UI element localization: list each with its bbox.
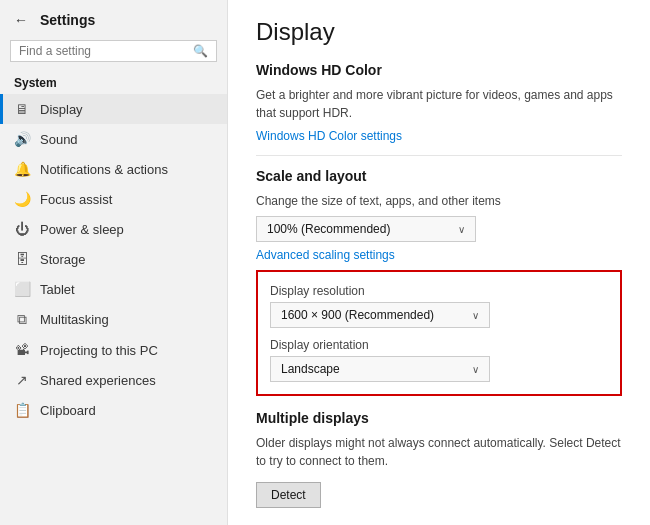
notifications-icon: 🔔	[14, 161, 30, 177]
sidebar-item-sound[interactable]: 🔊 Sound	[0, 124, 227, 154]
sidebar-item-tablet[interactable]: ⬜ Tablet	[0, 274, 227, 304]
resolution-value: 1600 × 900 (Recommended)	[281, 308, 434, 322]
sound-icon: 🔊	[14, 131, 30, 147]
power-icon: ⏻	[14, 221, 30, 237]
search-box[interactable]: 🔍	[10, 40, 217, 62]
sidebar-title: Settings	[40, 12, 95, 28]
projecting-icon: 📽	[14, 342, 30, 358]
sidebar-item-multitasking[interactable]: ⧉ Multitasking	[0, 304, 227, 335]
sidebar-item-label: Clipboard	[40, 403, 96, 418]
hd-color-section: Windows HD Color Get a brighter and more…	[256, 62, 622, 143]
sidebar-item-label: Shared experiences	[40, 373, 156, 388]
main-content: Display Windows HD Color Get a brighter …	[228, 0, 650, 525]
sidebar-item-power[interactable]: ⏻ Power & sleep	[0, 214, 227, 244]
sidebar: ← Settings 🔍 System 🖥 Display 🔊 Sound 🔔 …	[0, 0, 228, 525]
scale-value: 100% (Recommended)	[267, 222, 390, 236]
multiple-displays-title: Multiple displays	[256, 410, 622, 426]
search-icon: 🔍	[193, 44, 208, 58]
storage-icon: 🗄	[14, 251, 30, 267]
resolution-dropdown[interactable]: 1600 × 900 (Recommended) ∨	[270, 302, 490, 328]
orientation-value: Landscape	[281, 362, 340, 376]
sidebar-item-display[interactable]: 🖥 Display	[0, 94, 227, 124]
scale-dropdown-arrow: ∨	[458, 224, 465, 235]
hd-color-title: Windows HD Color	[256, 62, 622, 78]
resolution-dropdown-arrow: ∨	[472, 310, 479, 321]
sidebar-section-label: System	[0, 72, 227, 94]
sidebar-item-shared[interactable]: ↗ Shared experiences	[0, 365, 227, 395]
sidebar-item-label: Display	[40, 102, 83, 117]
tablet-icon: ⬜	[14, 281, 30, 297]
sidebar-item-projecting[interactable]: 📽 Projecting to this PC	[0, 335, 227, 365]
focus-icon: 🌙	[14, 191, 30, 207]
display-icon: 🖥	[14, 101, 30, 117]
sidebar-item-storage[interactable]: 🗄 Storage	[0, 244, 227, 274]
sidebar-header: ← Settings	[0, 0, 227, 36]
orientation-label: Display orientation	[270, 338, 608, 352]
multitasking-icon: ⧉	[14, 311, 30, 328]
sidebar-item-label: Storage	[40, 252, 86, 267]
orientation-dropdown-arrow: ∨	[472, 364, 479, 375]
clipboard-icon: 📋	[14, 402, 30, 418]
sidebar-item-focus[interactable]: 🌙 Focus assist	[0, 184, 227, 214]
hd-color-desc: Get a brighter and more vibrant picture …	[256, 86, 622, 122]
sidebar-item-label: Focus assist	[40, 192, 112, 207]
sidebar-item-label: Projecting to this PC	[40, 343, 158, 358]
page-title: Display	[256, 18, 622, 46]
scale-dropdown[interactable]: 100% (Recommended) ∨	[256, 216, 476, 242]
multiple-displays-desc: Older displays might not always connect …	[256, 434, 622, 470]
resolution-label: Display resolution	[270, 284, 608, 298]
shared-icon: ↗	[14, 372, 30, 388]
multiple-displays-section: Multiple displays Older displays might n…	[256, 410, 622, 508]
orientation-dropdown[interactable]: Landscape ∨	[270, 356, 490, 382]
scale-title: Scale and layout	[256, 168, 622, 184]
back-button[interactable]: ←	[10, 10, 32, 30]
search-input[interactable]	[19, 44, 187, 58]
sidebar-item-label: Multitasking	[40, 312, 109, 327]
detect-button[interactable]: Detect	[256, 482, 321, 508]
advanced-scaling-link[interactable]: Advanced scaling settings	[256, 248, 622, 262]
sidebar-item-label: Power & sleep	[40, 222, 124, 237]
hd-color-link[interactable]: Windows HD Color settings	[256, 129, 402, 143]
resolution-orientation-box: Display resolution 1600 × 900 (Recommend…	[256, 270, 622, 396]
sidebar-item-label: Sound	[40, 132, 78, 147]
change-size-label: Change the size of text, apps, and other…	[256, 192, 622, 210]
sidebar-item-label: Tablet	[40, 282, 75, 297]
sidebar-item-notifications[interactable]: 🔔 Notifications & actions	[0, 154, 227, 184]
scale-section: Scale and layout Change the size of text…	[256, 168, 622, 396]
sidebar-item-clipboard[interactable]: 📋 Clipboard	[0, 395, 227, 425]
divider-1	[256, 155, 622, 156]
sidebar-item-label: Notifications & actions	[40, 162, 168, 177]
